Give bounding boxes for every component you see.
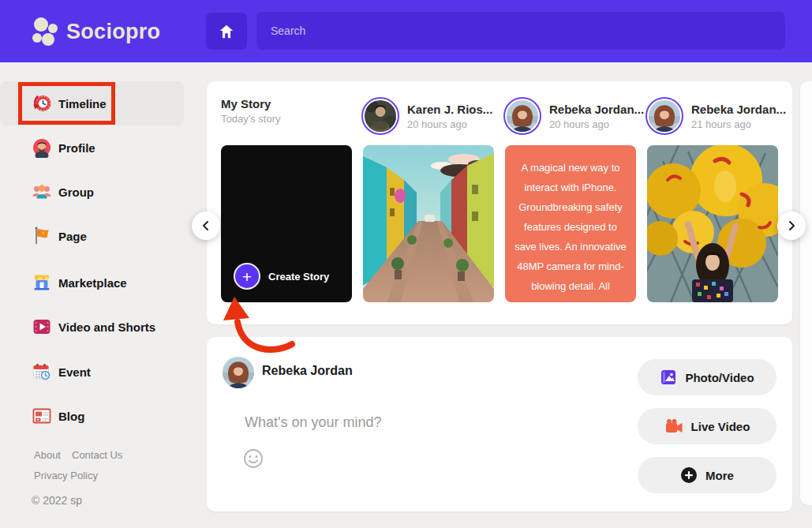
home-icon	[218, 23, 235, 40]
live-video-button[interactable]: Live Video	[638, 408, 776, 444]
my-story-title: My Story	[221, 97, 280, 110]
sidebar-item-label: Page	[58, 230, 87, 243]
sidebar-item-marketplace[interactable]: Marketplace	[0, 260, 184, 305]
flag-icon	[32, 226, 52, 246]
app-title: Sociopro	[66, 20, 160, 44]
rebeka-avatar-image	[223, 357, 254, 388]
rebeka-avatar-image	[507, 100, 538, 132]
privacy-policy-link[interactable]: Privacy Policy	[34, 470, 98, 481]
story-user-name: Rebeka Jordan...	[691, 103, 786, 116]
sidebar-item-label: Group	[58, 185, 94, 199]
rebeka-avatar-image	[649, 100, 680, 132]
story-time: 21 hours ago	[691, 118, 786, 130]
street-photo-image	[363, 145, 494, 302]
sidebar-item-video-and-shorts[interactable]: Video and Shorts	[0, 305, 184, 349]
sidebar-item-profile[interactable]: Profile	[0, 125, 184, 170]
story-header-rebeka-1[interactable]: Rebeka Jordan... 20 hours ago	[503, 97, 634, 135]
search-input[interactable]	[256, 12, 785, 50]
my-story-header: My Story Today's story	[221, 97, 352, 125]
stories-panel: My Story Today's story Karen J. Rios... …	[207, 81, 792, 324]
my-story-subtitle: Today's story	[221, 113, 280, 125]
stories-next-button[interactable]	[777, 212, 806, 240]
emoji-icon[interactable]	[243, 448, 264, 469]
photo-icon	[660, 369, 677, 386]
karen-avatar-image	[365, 100, 396, 132]
about-link[interactable]: About	[34, 449, 61, 461]
balloons-photo-image	[647, 145, 778, 302]
live-video-label: Live Video	[691, 420, 750, 433]
storefront-icon	[32, 272, 52, 293]
app-logo[interactable]: Sociopro	[30, 16, 160, 47]
plus-circle-icon	[680, 466, 698, 484]
sidebar-item-label: Video and Shorts	[58, 320, 155, 334]
photo-video-label: Photo/Video	[685, 371, 754, 384]
app-screen: Sociopro Timeline	[0, 0, 812, 528]
story-header-karen[interactable]: Karen J. Rios... 20 hours ago	[361, 97, 492, 135]
story-time: 20 hours ago	[407, 118, 492, 130]
copyright-text: © 2022 sp	[32, 494, 82, 507]
post-text-input[interactable]: What's on your mind?	[245, 414, 382, 431]
post-composer: Rebeka Jordan What's on your mind? Photo…	[207, 337, 792, 511]
contact-us-link[interactable]: Contact Us	[72, 449, 122, 461]
avatar[interactable]	[223, 357, 254, 388]
group-people-icon	[32, 182, 52, 202]
chevron-right-icon	[786, 220, 797, 231]
create-story-label: Create Story	[268, 271, 329, 283]
story-user-name: Karen J. Rios...	[407, 103, 492, 116]
story-header-rebeka-2[interactable]: Rebeka Jordan... 21 hours ago	[645, 97, 776, 135]
blog-page-icon	[32, 406, 52, 426]
sociopro-logo-icon	[30, 16, 60, 47]
story-card-text[interactable]: A magical new way to interact with iPhon…	[505, 145, 636, 302]
stories-prev-button[interactable]	[192, 212, 220, 240]
composer-user-name: Rebeka Jordan	[262, 364, 353, 378]
story-text-content: A magical new way to interact with iPhon…	[515, 162, 627, 302]
avatar	[361, 97, 399, 135]
avatar	[645, 97, 683, 135]
sidebar-item-group[interactable]: Group	[0, 170, 184, 214]
photo-video-button[interactable]: Photo/Video	[638, 359, 776, 395]
chevron-left-icon	[200, 220, 211, 231]
more-label: More	[705, 469, 734, 482]
sidebar-item-label: Blog	[58, 410, 84, 423]
video-camera-icon	[664, 418, 683, 435]
story-user-name: Rebeka Jordan...	[549, 103, 644, 116]
history-clock-icon	[32, 93, 52, 114]
story-time: 20 hours ago	[549, 118, 644, 130]
calendar-clock-icon	[32, 361, 52, 382]
top-navbar: Sociopro	[0, 0, 812, 62]
sidebar-item-blog[interactable]: Blog	[0, 394, 184, 438]
story-card-balloons-photo[interactable]	[647, 145, 778, 302]
home-button[interactable]	[206, 13, 247, 50]
create-story-card[interactable]: + Create Story	[221, 145, 352, 302]
sidebar-item-timeline[interactable]: Timeline	[0, 81, 184, 125]
sidebar-item-event[interactable]: Event	[0, 350, 184, 394]
plus-icon[interactable]: +	[234, 263, 260, 290]
sidebar-item-label: Marketplace	[58, 276, 127, 290]
story-card-street-photo[interactable]	[363, 145, 494, 302]
video-play-icon	[32, 316, 52, 337]
sidebar-item-label: Profile	[58, 141, 95, 155]
sidebar-item-label: Timeline	[58, 97, 107, 110]
avatar	[503, 97, 541, 135]
right-panel-edge	[800, 81, 812, 505]
profile-avatar-icon	[32, 137, 52, 158]
more-button[interactable]: More	[638, 457, 776, 493]
sidebar-item-page[interactable]: Page	[0, 214, 184, 258]
sidebar-item-label: Event	[58, 365, 91, 379]
